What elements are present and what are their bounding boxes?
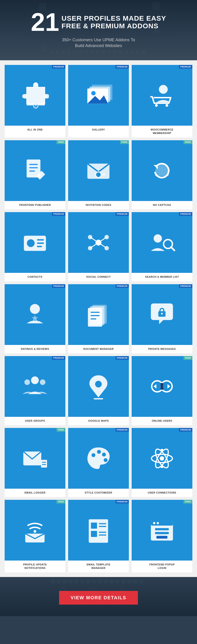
addon-badge-email-template: PREMIUM xyxy=(116,500,129,504)
svg-rect-5 xyxy=(49,50,54,54)
addon-label-profile-update: PROFILE UPDATE NOTIFICATIONS xyxy=(22,563,48,570)
addon-icon-document-manager xyxy=(77,293,120,336)
addon-label-google-maps: GOOGLE MAPS xyxy=(87,419,110,422)
svg-rect-14 xyxy=(101,50,105,54)
svg-rect-118 xyxy=(104,580,108,584)
addon-badge-search-member: PREMIUM xyxy=(179,212,192,216)
svg-rect-19 xyxy=(130,50,134,54)
addon-icon-wrap-gallery: PREMIUM xyxy=(68,65,129,126)
addon-icon-wrap-ratings: PREMIUM xyxy=(5,284,65,345)
svg-rect-120 xyxy=(116,580,120,584)
svg-rect-6 xyxy=(55,50,59,54)
addon-item-no-captcha[interactable]: FREENO CAPTCHA xyxy=(132,140,192,209)
addon-item-email-template[interactable]: PREMIUMEMAIL TEMPLATE MANAGER xyxy=(68,500,129,572)
addon-item-user-groups[interactable]: PREMIUMUSER GROUPS xyxy=(5,356,65,425)
addon-label-ratings: RATINGS & REVIEWS xyxy=(20,347,50,350)
addon-label-woocommerce: WOOCOMMERCE MEMBERSHIP xyxy=(150,128,174,135)
svg-point-69 xyxy=(31,376,39,384)
addon-item-invitation-codes[interactable]: FREEINVITATION CODES xyxy=(68,140,129,209)
addon-icon-gallery xyxy=(77,74,120,116)
addon-item-user-connections[interactable]: PREMIUMUSER CONNECTIONS xyxy=(132,428,192,497)
addon-icon-style-customizer xyxy=(77,437,120,480)
svg-marker-78 xyxy=(168,384,170,388)
addon-grid: PREMIUMALL IN ONEPREMIUMGALLERYPREMIUMWO… xyxy=(5,65,192,572)
addon-icon-wrap-email-template: PREMIUM xyxy=(68,500,129,560)
svg-rect-8 xyxy=(67,50,71,54)
header-text: USER PROFILES MADE EASY FREE & PREMIUM A… xyxy=(62,14,166,30)
addon-badge-invitation-codes: FREE xyxy=(120,140,129,144)
addon-item-profile-update[interactable]: FREEPROFILE UPDATE NOTIFICATIONS xyxy=(5,500,65,572)
addon-icon-contacts xyxy=(14,222,56,264)
addon-item-search-member[interactable]: PREMIUMSEARCH & MEMBER LIST xyxy=(132,212,192,281)
addon-label-email-logger: EMAIL LOGGER xyxy=(24,491,47,494)
addon-badge-online-users: FREE xyxy=(184,356,192,360)
svg-point-105 xyxy=(157,522,159,524)
addon-icon-frontend-publisher xyxy=(14,149,56,192)
svg-rect-20 xyxy=(135,50,140,54)
addon-item-email-logger[interactable]: FREEEMAIL LOGGER xyxy=(5,428,65,497)
cta-button[interactable]: VIEW MORE DETAILS xyxy=(59,591,138,604)
svg-rect-111 xyxy=(62,580,67,584)
svg-point-42 xyxy=(27,239,34,247)
svg-point-28 xyxy=(159,85,168,94)
addon-label-social-connect: SOCIAL CONNECT xyxy=(85,275,112,278)
svg-rect-80 xyxy=(41,460,47,467)
addon-label-user-connections: USER CONNECTIONS xyxy=(147,491,178,494)
addon-label-frontend-popup: FRONTEND POPUP LOGIN xyxy=(148,563,176,570)
svg-point-86 xyxy=(104,458,108,462)
addon-item-social-connect[interactable]: PREMIUMSOCIAL CONNECT xyxy=(68,212,129,281)
svg-rect-18 xyxy=(124,50,128,54)
addon-icon-wrap-online-users: FREE xyxy=(132,356,192,417)
addon-label-online-users: ONLINE USERS xyxy=(151,419,174,422)
addon-item-gallery[interactable]: PREMIUMGALLERY xyxy=(68,65,129,138)
addon-icon-woocommerce xyxy=(141,74,183,116)
addon-label-search-member: SEARCH & MEMBER LIST xyxy=(144,275,180,278)
footer: VIEW MORE DETAILS xyxy=(0,577,197,616)
header-subtitle: 350+ Customers Use UPME Addons To Build … xyxy=(5,37,192,49)
addon-icon-wrap-frontend-popup: FREE xyxy=(132,500,192,560)
addon-icon-wrap-contacts: PREMIUM xyxy=(5,212,65,273)
addon-item-online-users[interactable]: FREEONLINE USERS xyxy=(132,356,192,425)
addon-icon-invitation-codes xyxy=(77,149,120,192)
addon-badge-email-logger: FREE xyxy=(56,428,65,432)
addon-icon-wrap-private-messages: PREMIUM xyxy=(132,284,192,345)
addon-item-frontend-popup[interactable]: FREEFRONTEND POPUP LOGIN xyxy=(132,500,192,572)
svg-line-58 xyxy=(171,247,174,250)
addon-item-ratings[interactable]: PREMIUMRATINGS & REVIEWS xyxy=(5,284,65,353)
svg-marker-77 xyxy=(154,384,156,388)
svg-rect-115 xyxy=(86,580,90,584)
svg-rect-108 xyxy=(156,536,168,538)
addon-icon-wrap-no-captcha: FREE xyxy=(132,140,192,201)
addon-label-gallery: GALLERY xyxy=(91,128,106,131)
addon-item-google-maps[interactable]: PREMIUMGOOGLE MAPS xyxy=(68,356,129,425)
addon-item-all-in-one[interactable]: PREMIUMALL IN ONE xyxy=(5,65,65,138)
svg-rect-99 xyxy=(91,531,97,537)
addon-item-woocommerce[interactable]: PREMIUMWOOCOMMERCE MEMBERSHIP xyxy=(132,65,192,138)
svg-point-29 xyxy=(155,104,158,107)
svg-point-93 xyxy=(34,530,36,533)
addon-label-email-template: EMAIL TEMPLATE MANAGER xyxy=(86,563,112,570)
addon-icon-wrap-user-connections: PREMIUM xyxy=(132,428,192,489)
header: 21 USER PROFILES MADE EASY FREE & PREMIU… xyxy=(0,0,197,60)
addon-label-all-in-one: ALL IN ONE xyxy=(26,128,44,131)
addon-icon-email-template xyxy=(77,509,120,552)
addon-icon-wrap-invitation-codes: FREE xyxy=(68,140,129,201)
svg-rect-10 xyxy=(78,50,82,54)
svg-rect-114 xyxy=(80,580,84,584)
svg-point-91 xyxy=(160,448,164,451)
addon-item-private-messages[interactable]: PREMIUMPRIVATE MESSAGES xyxy=(132,284,192,353)
addon-badge-ratings: PREMIUM xyxy=(52,284,65,288)
addon-item-contacts[interactable]: PREMIUMCONTACTS xyxy=(5,212,65,281)
svg-rect-13 xyxy=(95,50,100,54)
addon-icon-wrap-woocommerce: PREMIUM xyxy=(132,65,192,126)
svg-rect-121 xyxy=(122,580,126,584)
addon-item-frontend-publisher[interactable]: FREEFRONTEND PUBLISHER xyxy=(5,140,65,209)
svg-rect-1 xyxy=(152,2,160,10)
addon-icon-search-member xyxy=(141,222,183,264)
addon-badge-social-connect: PREMIUM xyxy=(116,212,129,216)
addon-grid-section: PREMIUMALL IN ONEPREMIUMGALLERYPREMIUMWO… xyxy=(0,60,197,577)
addon-badge-woocommerce: PREMIUM xyxy=(179,65,192,68)
addon-item-style-customizer[interactable]: PREMIUMSTYLE CUSTOMIZER xyxy=(68,428,129,497)
addon-item-document-manager[interactable]: PREMIUMDOCUMENT MANAGER xyxy=(68,284,129,353)
addon-badge-private-messages: PREMIUM xyxy=(179,284,192,288)
